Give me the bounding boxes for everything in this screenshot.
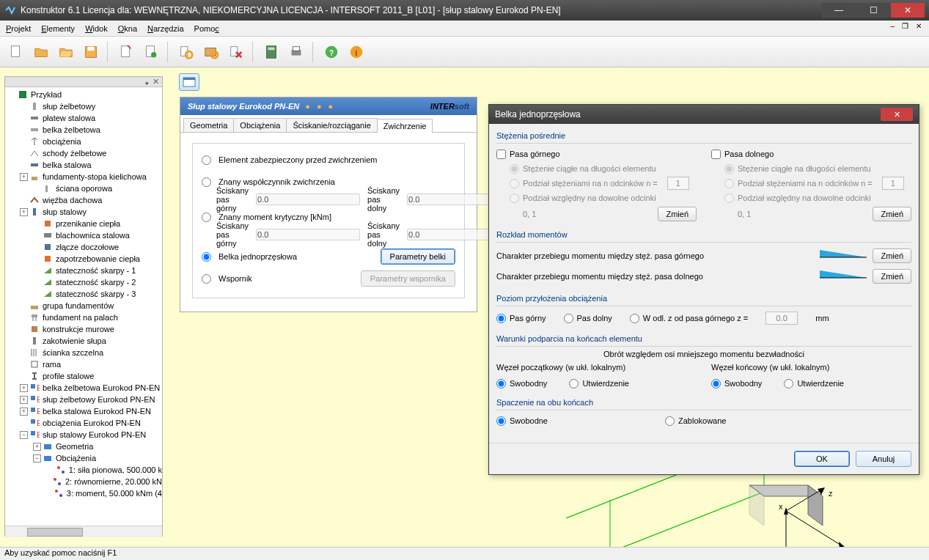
- tree-item[interactable]: grupa fundamentów: [41, 301, 114, 310]
- doc2-button[interactable]: [141, 42, 161, 62]
- gear2-button[interactable]: [201, 42, 221, 62]
- calc-button[interactable]: [261, 42, 282, 62]
- tree-item[interactable]: płatew stalowa: [41, 114, 95, 122]
- help-button[interactable]: ?: [321, 42, 342, 62]
- radio-utwierdzenie-k[interactable]: [784, 379, 793, 388]
- tree-root[interactable]: Przykład: [29, 90, 62, 99]
- maximize-button[interactable]: ☐: [856, 3, 890, 18]
- pin-icon[interactable]: ⬥: [144, 78, 150, 86]
- tree-item[interactable]: 2: równomierne, 20.000 kN: [64, 477, 162, 486]
- radio-zabezpieczony[interactable]: [202, 155, 211, 165]
- tree-item[interactable]: stateczność skarpy - 1: [54, 266, 136, 275]
- print-button[interactable]: [286, 42, 306, 62]
- tree-item[interactable]: 3: moment, 50.000 kNm (4: [65, 489, 162, 498]
- tree-item[interactable]: rama: [41, 360, 61, 369]
- zmien-moment-g-button[interactable]: Zmień: [873, 248, 911, 263]
- tree-item[interactable]: belka żelbetowa Eurokod PN-EN: [41, 383, 160, 392]
- close-button[interactable]: ✕: [891, 3, 925, 18]
- tree-item[interactable]: złącze doczołowe: [54, 243, 119, 251]
- menu-narzedzia[interactable]: Narzędzia: [147, 24, 184, 33]
- tree-item[interactable]: 1: siła pionowa, 500.000 k: [67, 465, 162, 474]
- tree-item[interactable]: ściana oporowa: [54, 184, 112, 193]
- zmien-moment-d-button[interactable]: Zmień: [873, 269, 911, 284]
- tab-geometria[interactable]: Geometria: [183, 118, 234, 132]
- tab-sciskanie[interactable]: Ściskanie/rozciąganie: [286, 118, 377, 132]
- new-button[interactable]: [6, 42, 26, 62]
- menu-pomoc[interactable]: Pomoc: [194, 24, 219, 33]
- radio-wspornik[interactable]: [202, 274, 211, 284]
- collapse-icon[interactable]: −: [20, 431, 28, 439]
- radio-swobodny-k[interactable]: [711, 379, 721, 388]
- panel-close-icon[interactable]: ✕: [153, 77, 159, 86]
- open2-button[interactable]: [56, 42, 76, 62]
- radio-moment[interactable]: [202, 213, 211, 222]
- tree-item[interactable]: słup stalowy Eurokod PN-EN: [41, 430, 146, 439]
- tree-item[interactable]: obciążenia: [41, 137, 81, 146]
- radio-wspolczynnik[interactable]: [202, 177, 211, 187]
- tree-item[interactable]: blachownica stalowa: [54, 231, 130, 240]
- menu-projekt[interactable]: Projekt: [6, 24, 31, 33]
- radio-utwierdzenie-p[interactable]: [569, 379, 579, 388]
- cancel-button[interactable]: Anuluj: [856, 451, 911, 467]
- tree-item[interactable]: słup żelbetowy: [41, 102, 95, 111]
- open-button[interactable]: [31, 42, 51, 62]
- tree-item[interactable]: schody żelbetowe: [41, 149, 106, 158]
- info-button[interactable]: i: [346, 42, 367, 62]
- tree-item[interactable]: belka stalowa Eurokod PN-EN: [41, 407, 151, 416]
- radio-swobodny-p[interactable]: [496, 379, 506, 388]
- expand-icon[interactable]: +: [33, 443, 41, 451]
- delete-button[interactable]: [226, 42, 246, 62]
- mdi-restore-button[interactable]: ❐: [899, 22, 911, 30]
- tree-item[interactable]: obciążenia Eurokod PN-EN: [41, 419, 141, 427]
- collapse-icon[interactable]: −: [33, 454, 41, 463]
- input-pas-gorny-2[interactable]: [256, 229, 360, 240]
- tree-item[interactable]: konstrukcje murowe: [41, 325, 114, 334]
- expand-icon[interactable]: +: [20, 408, 28, 416]
- gear1-button[interactable]: [176, 42, 197, 62]
- check-pasa-gornego[interactable]: [496, 150, 506, 159]
- tab-obciazenia[interactable]: Obciążenia: [233, 118, 287, 132]
- project-tree[interactable]: Przykład słup żelbetowy płatew stalowa b…: [5, 87, 162, 526]
- tab-zwichrzenie[interactable]: Zwichrzenie: [377, 119, 433, 133]
- mdi-minimize-button[interactable]: –: [887, 22, 897, 30]
- tree-item[interactable]: ścianka szczelna: [41, 348, 103, 357]
- radio-belka[interactable]: [202, 252, 211, 262]
- expand-icon[interactable]: +: [20, 208, 28, 216]
- tree-item[interactable]: belka żelbetowa: [41, 125, 100, 134]
- tree-item[interactable]: Geometria: [54, 442, 93, 451]
- radio-pas-gorny[interactable]: [496, 314, 506, 323]
- menu-elementy[interactable]: Elementy: [41, 24, 75, 33]
- expand-icon[interactable]: +: [20, 173, 28, 181]
- tree-item[interactable]: zakotwienie słupa: [41, 336, 106, 345]
- menu-widok[interactable]: Widok: [85, 24, 108, 33]
- radio-pas-dolny[interactable]: [564, 314, 573, 323]
- tree-item[interactable]: fundamenty-stopa kielichowa: [41, 172, 147, 181]
- tree-item[interactable]: Obciążenia: [54, 454, 96, 463]
- input-pas-gorny-1[interactable]: [256, 194, 360, 205]
- ok-button[interactable]: OK: [794, 451, 850, 467]
- tree-scrollbar[interactable]: [5, 526, 162, 537]
- menu-okna[interactable]: Okna: [118, 24, 137, 33]
- save-button[interactable]: [81, 42, 101, 62]
- radio-odl-z[interactable]: [630, 314, 639, 323]
- zmien-d-button[interactable]: Zmień: [873, 207, 911, 221]
- radio-swobodne[interactable]: [496, 416, 506, 426]
- radio-zablokowane[interactable]: [665, 416, 675, 426]
- tree-item[interactable]: słup żelbetowy Eurokod PN-EN: [41, 395, 155, 404]
- tree-item[interactable]: zapotrzebowanie ciepła: [54, 254, 140, 263]
- tree-item[interactable]: słup stalowy: [41, 207, 87, 216]
- zmien-g-button[interactable]: Zmień: [658, 207, 697, 221]
- tree-item[interactable]: więźba dachowa: [41, 196, 102, 205]
- tree-item[interactable]: stateczność skarpy - 2: [54, 278, 136, 287]
- input-z[interactable]: [765, 312, 798, 325]
- doc1-button[interactable]: [116, 42, 136, 62]
- tree-item[interactable]: fundament na palach: [41, 313, 118, 322]
- tree-item[interactable]: belka stalowa: [41, 161, 92, 169]
- tree-item[interactable]: profile stalowe: [41, 372, 94, 380]
- check-pasa-dolnego[interactable]: [711, 150, 721, 159]
- tree-item[interactable]: stateczność skarpy - 3: [54, 290, 136, 298]
- parametry-belki-button[interactable]: Parametry belki: [381, 248, 455, 265]
- dialog-close-button[interactable]: ✕: [881, 108, 913, 121]
- mdi-close-button[interactable]: ✕: [913, 22, 925, 30]
- mdi-window-icon[interactable]: [179, 73, 199, 91]
